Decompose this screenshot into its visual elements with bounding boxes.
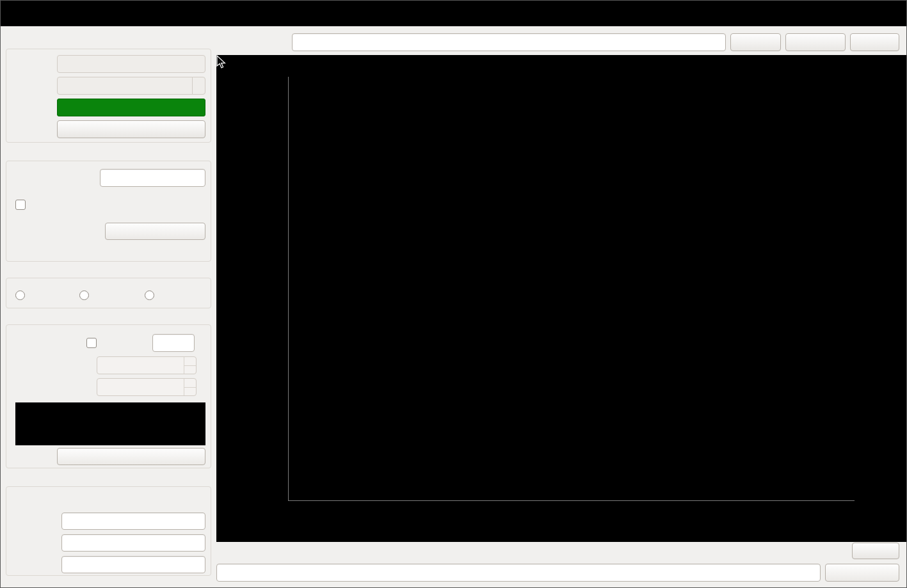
y-axis-line [288, 77, 289, 501]
maximum-value-spinbox[interactable] [97, 378, 197, 396]
app-window [0, 0, 907, 588]
quit-button[interactable] [850, 33, 899, 51]
x-axis-line [288, 500, 855, 501]
beam-image-canvas[interactable] [289, 77, 855, 500]
maximize-button[interactable] [860, 7, 876, 20]
source-combobox[interactable] [57, 55, 205, 73]
display-mode-combobox[interactable] [825, 564, 899, 582]
mask-value-input[interactable] [100, 169, 205, 187]
spin-down-icon[interactable] [184, 387, 196, 396]
intensity-scaling-group [6, 278, 211, 308]
radio-sqrt[interactable] [15, 290, 25, 300]
histogram-canvas[interactable] [15, 402, 205, 445]
status-badge [57, 99, 205, 116]
minimum-value-spinbox[interactable] [97, 356, 197, 374]
axes-button[interactable] [852, 543, 899, 559]
spin-arrows [184, 379, 196, 395]
plot-area[interactable] [216, 55, 907, 542]
histogram-widget[interactable] [15, 402, 205, 445]
spin-arrows [184, 357, 196, 374]
mean-stat-input[interactable] [61, 534, 205, 552]
file-name-input[interactable] [292, 33, 726, 51]
property-dropdown-button[interactable] [192, 77, 205, 95]
variance-stat-input[interactable] [61, 556, 205, 573]
spin-up-icon[interactable] [184, 357, 196, 365]
minimize-button[interactable] [831, 7, 846, 20]
configuration-button[interactable] [785, 33, 846, 51]
spin-up-icon[interactable] [184, 379, 196, 387]
sidebar [1, 26, 216, 588]
radio-linear[interactable] [79, 290, 89, 300]
close-button[interactable] [885, 7, 901, 20]
maximum-stat-input[interactable] [61, 513, 205, 530]
mouse-cursor [216, 55, 227, 69]
transformation-combobox[interactable] [105, 223, 205, 240]
gradient-combobox[interactable] [57, 448, 205, 465]
load-button[interactable] [730, 33, 781, 51]
stop-button[interactable] [57, 120, 205, 138]
minimum-value [97, 357, 184, 374]
auto-levels-checkbox[interactable] [86, 338, 97, 348]
radio-log[interactable] [145, 290, 154, 300]
pixel-readout-input[interactable] [216, 564, 821, 582]
spin-down-icon[interactable] [184, 365, 196, 374]
auto-levels-input[interactable] [152, 334, 195, 352]
filters-checkbox[interactable] [15, 200, 26, 210]
title-bar [1, 1, 906, 26]
property-combobox[interactable] [57, 77, 193, 95]
maximum-value [97, 379, 184, 395]
